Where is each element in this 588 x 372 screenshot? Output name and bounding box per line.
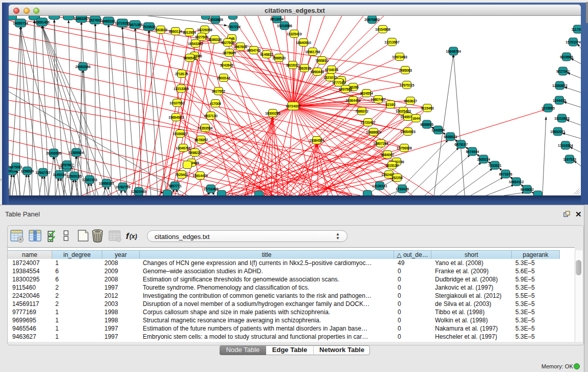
svg-text:16033809: 16033809 (208, 18, 223, 21)
svg-text:9327503: 9327503 (195, 35, 208, 39)
svg-text:9115460: 9115460 (421, 106, 434, 110)
svg-text:2803144: 2803144 (217, 76, 230, 80)
svg-text:8678352: 8678352 (194, 138, 208, 142)
svg-text:1362615: 1362615 (298, 67, 311, 70)
svg-text:18724007: 18724007 (286, 104, 301, 108)
svg-text:3242845: 3242845 (220, 63, 233, 67)
svg-text:17359924: 17359924 (69, 151, 84, 155)
svg-text:1145194: 1145194 (53, 173, 66, 177)
svg-text:9474444: 9474444 (466, 150, 479, 154)
svg-text:11325419: 11325419 (287, 32, 302, 36)
svg-text:12975115: 12975115 (400, 83, 415, 87)
svg-text:19654923: 19654923 (400, 130, 416, 134)
svg-text:5938923: 5938923 (444, 135, 457, 139)
svg-text:1117263: 1117263 (572, 28, 581, 31)
svg-text:12213369: 12213369 (173, 87, 189, 91)
svg-text:19756928: 19756928 (397, 146, 412, 150)
svg-text:16782759: 16782759 (115, 185, 130, 189)
svg-text:8813054: 8813054 (270, 17, 284, 21)
svg-text:8427552: 8427552 (212, 90, 225, 93)
svg-text:7386372: 7386372 (355, 110, 368, 113)
svg-text:14055714: 14055714 (13, 21, 28, 25)
svg-text:10853267: 10853267 (74, 17, 89, 20)
svg-text:9227342: 9227342 (556, 70, 570, 73)
svg-text:20206536: 20206536 (46, 151, 61, 155)
svg-text:6497568: 6497568 (339, 87, 352, 91)
svg-text:252254: 252254 (391, 176, 403, 180)
svg-text:8186328: 8186328 (208, 38, 222, 41)
svg-text:8471676: 8471676 (499, 172, 512, 176)
svg-text:2935114: 2935114 (477, 158, 490, 161)
svg-text:7432621: 7432621 (488, 164, 502, 167)
svg-text:12505135: 12505135 (67, 174, 82, 178)
svg-text:8860124: 8860124 (169, 30, 182, 33)
svg-text:15751074: 15751074 (565, 40, 581, 44)
svg-text:3824554: 3824554 (360, 92, 373, 95)
svg-text:6990448: 6990448 (311, 70, 324, 74)
svg-text:9329966: 9329966 (560, 55, 573, 59)
svg-text:15716485: 15716485 (203, 187, 219, 191)
svg-text:6734078: 6734078 (325, 68, 338, 72)
svg-text:1875061: 1875061 (9, 165, 23, 169)
svg-text:6879197: 6879197 (454, 143, 468, 146)
svg-text:1621072: 1621072 (323, 76, 337, 79)
svg-text:9146821: 9146821 (260, 53, 273, 56)
svg-text:16210643: 16210643 (554, 117, 570, 120)
svg-text:12942757: 12942757 (35, 171, 51, 174)
svg-text:18807249: 18807249 (373, 142, 388, 145)
svg-text:1588520: 1588520 (272, 56, 286, 60)
svg-text:10025433: 10025433 (396, 110, 411, 113)
svg-text:1244415: 1244415 (553, 99, 566, 102)
svg-text:1527602: 1527602 (89, 18, 102, 22)
svg-text:3875685: 3875685 (223, 51, 236, 55)
svg-text:19166827: 19166827 (172, 132, 188, 136)
svg-text:10107552: 10107552 (169, 101, 185, 105)
svg-text:16914479: 16914479 (192, 174, 208, 178)
svg-text:9699695: 9699695 (420, 123, 433, 126)
svg-text:9777169: 9777169 (332, 81, 345, 84)
svg-text:10973493: 10973493 (392, 55, 407, 59)
svg-text:16961758: 16961758 (305, 50, 320, 54)
svg-text:8912954: 8912954 (183, 31, 196, 34)
svg-text:2718176: 2718176 (175, 72, 188, 76)
svg-text:7485063: 7485063 (399, 69, 412, 72)
svg-text:6466160: 6466160 (102, 19, 115, 23)
svg-text:15692071: 15692071 (550, 130, 565, 134)
svg-text:9327505: 9327505 (221, 41, 234, 45)
svg-text:62160: 62160 (386, 103, 396, 106)
svg-text:9463627: 9463627 (404, 99, 417, 103)
svg-text:10807487: 10807487 (371, 98, 386, 101)
svg-text:7955812: 7955812 (315, 59, 329, 62)
svg-text:19384554: 19384554 (309, 139, 324, 142)
svg-text:20691406: 20691406 (34, 20, 50, 24)
svg-text:19654923: 19654923 (168, 116, 184, 119)
svg-text:1733426: 1733426 (396, 187, 409, 191)
svg-text:(x): (x) (129, 233, 137, 240)
svg-text:12213967: 12213967 (384, 40, 400, 44)
svg-text:8637130: 8637130 (204, 114, 217, 118)
svg-text:9245652: 9245652 (520, 188, 534, 191)
svg-text:12923445: 12923445 (131, 190, 146, 193)
svg-text:7357224: 7357224 (227, 25, 241, 29)
svg-text:10958107: 10958107 (99, 182, 114, 185)
svg-text:5498222: 5498222 (188, 151, 202, 155)
svg-text:12093872: 12093872 (552, 84, 568, 87)
svg-text:9684067: 9684067 (381, 153, 394, 157)
svg-text:1644: 1644 (412, 117, 420, 120)
svg-text:7625402: 7625402 (175, 173, 188, 177)
svg-text:16543362: 16543362 (188, 42, 203, 46)
svg-text:1167533: 1167533 (563, 158, 576, 161)
svg-text:417004: 417004 (210, 102, 221, 105)
svg-text:10154808: 10154808 (375, 28, 390, 31)
svg-text:19218586: 19218586 (277, 24, 292, 28)
svg-text:16671355: 16671355 (127, 23, 143, 27)
svg-text:16648784: 16648784 (446, 50, 461, 53)
svg-text:18640910: 18640910 (296, 41, 311, 45)
svg-text:1615132: 1615132 (385, 164, 399, 167)
svg-text:1640954: 1640954 (431, 128, 445, 132)
svg-text:7663822: 7663822 (154, 28, 167, 32)
svg-text:10688609: 10688609 (366, 130, 381, 134)
svg-text:26053346: 26053346 (75, 65, 91, 69)
svg-text:11353594: 11353594 (198, 126, 213, 130)
svg-text:9857771: 9857771 (168, 184, 182, 188)
